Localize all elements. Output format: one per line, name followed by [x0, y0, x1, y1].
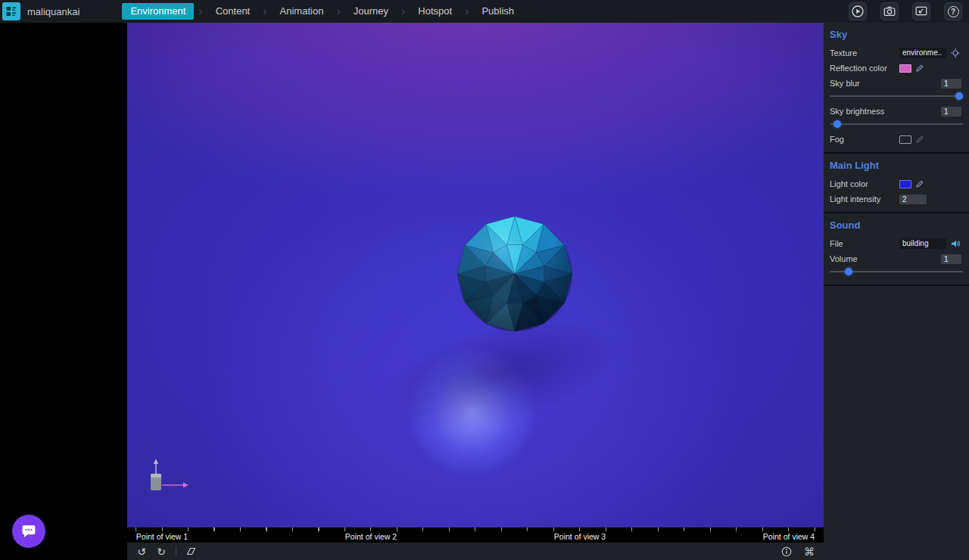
light-color-edit-button[interactable] — [915, 179, 924, 188]
sky-blur-slider-handle[interactable] — [955, 92, 963, 100]
sound-preview-button[interactable] — [950, 238, 961, 249]
sky-brightness-slider[interactable] — [830, 120, 963, 129]
tab-environment[interactable]: Environment — [122, 3, 194, 20]
help-glyph: ? — [951, 8, 955, 16]
sound-file-row: File building — [830, 236, 963, 251]
redo-button[interactable]: ↻ — [153, 544, 170, 559]
properties-panel: Sky Texture environme.. Reflection color — [824, 23, 969, 560]
brush-icon — [185, 546, 197, 557]
fog-row: Fog — [830, 132, 963, 147]
texture-label: Texture — [830, 48, 899, 58]
pov-label-4[interactable]: Point of view 4 — [763, 532, 815, 541]
light-intensity-label: Light intensity — [830, 194, 899, 204]
chevron-right-icon: › — [336, 3, 340, 20]
light-color-swatch[interactable] — [899, 180, 911, 188]
tab-animation[interactable]: Animation — [272, 3, 332, 20]
reflection-color-label: Reflection color — [830, 64, 899, 73]
topbar-actions: ? — [849, 2, 962, 20]
light-color-label: Light color — [830, 179, 899, 188]
sound-file-input[interactable]: building — [899, 238, 946, 249]
volume-value[interactable]: 1 — [941, 254, 961, 264]
help-button[interactable]: ? — [944, 2, 962, 20]
speaker-icon — [950, 238, 961, 249]
main-light-section-title: Main Light — [830, 160, 963, 171]
section-sound: Sound File building Volume 1 — [824, 213, 969, 286]
play-icon — [851, 5, 865, 18]
viewport-canvas[interactable] — [127, 23, 824, 527]
pov-label-3[interactable]: Point of view 3 — [554, 532, 606, 541]
volume-slider-handle[interactable] — [845, 268, 852, 275]
pencil-icon — [915, 64, 924, 73]
pov-timeline[interactable]: Point of view 1 Point of view 2 Point of… — [127, 527, 824, 543]
light-intensity-row: Light intensity 2 — [830, 191, 963, 207]
slider-track — [830, 95, 963, 97]
sphere-object[interactable] — [456, 215, 574, 333]
tab-content[interactable]: Content — [207, 3, 259, 20]
axis-gizmo[interactable] — [148, 457, 191, 499]
sky-brightness-row: Sky brightness 1 — [830, 104, 963, 119]
viewport-column: Point of view 1 Point of view 2 Point of… — [127, 23, 824, 560]
screenshot-button[interactable] — [880, 2, 899, 20]
texture-input[interactable]: environme.. — [899, 48, 946, 58]
project-title: maliquankai — [27, 6, 79, 17]
section-main-light: Main Light Light color Light intensity 2 — [824, 154, 969, 213]
sound-section-title: Sound — [830, 219, 963, 231]
tab-publish[interactable]: Publish — [473, 3, 522, 20]
camera-icon — [883, 5, 896, 18]
toolbar-right-group: ⌘ — [778, 544, 818, 559]
tab-hotspot[interactable]: Hotspot — [410, 3, 460, 20]
pov-label-2[interactable]: Point of view 2 — [345, 532, 397, 541]
reflection-edit-button[interactable] — [915, 64, 924, 73]
chat-bubble-icon — [20, 523, 37, 540]
fog-edit-button[interactable] — [915, 135, 924, 144]
chevron-right-icon: › — [465, 3, 469, 20]
sky-blur-slider[interactable] — [830, 92, 963, 101]
sky-section-title: Sky — [830, 29, 963, 40]
shortcuts-button[interactable]: ⌘ — [801, 544, 818, 559]
tab-journey[interactable]: Journey — [345, 3, 397, 20]
sky-brightness-label: Sky brightness — [830, 107, 899, 116]
breadcrumb: Environment › Content › Animation › Jour… — [122, 0, 522, 23]
sound-file-label: File — [830, 239, 899, 248]
volume-row: Volume 1 — [830, 251, 963, 266]
left-sidebar — [0, 23, 127, 560]
info-icon — [781, 546, 792, 557]
undo-icon: ↺ — [137, 546, 146, 558]
chevron-right-icon: › — [198, 3, 202, 20]
help-icon: ? — [948, 6, 959, 17]
info-button[interactable] — [778, 544, 795, 559]
present-screen-icon — [914, 5, 928, 18]
sky-brightness-slider-handle[interactable] — [833, 120, 841, 128]
paint-tool-button[interactable] — [182, 544, 199, 559]
preview-play-button[interactable] — [849, 2, 867, 20]
toolbar-divider — [176, 546, 176, 556]
chevron-right-icon: › — [263, 3, 266, 20]
chat-button[interactable] — [12, 515, 45, 548]
volume-slider[interactable] — [830, 267, 963, 276]
pencil-icon — [915, 135, 924, 144]
sky-brightness-value[interactable]: 1 — [941, 107, 961, 117]
layout-glyph-icon — [5, 5, 17, 17]
sky-blur-value[interactable]: 1 — [941, 79, 961, 89]
pov-label-1[interactable]: Point of view 1 — [136, 532, 188, 541]
app-logo-icon[interactable] — [2, 2, 20, 20]
slider-track — [830, 123, 963, 125]
texture-picker-button[interactable] — [950, 48, 961, 58]
sky-blur-row: Sky blur 1 — [830, 76, 963, 91]
redo-icon: ↻ — [157, 546, 166, 558]
present-mode-button[interactable] — [912, 2, 930, 20]
reflection-color-swatch[interactable] — [899, 64, 911, 73]
app-root: maliquankai Environment › Content › Anim… — [0, 0, 969, 560]
fog-color-swatch[interactable] — [899, 135, 911, 144]
chevron-right-icon: › — [401, 3, 405, 20]
sky-blur-label: Sky blur — [830, 79, 899, 88]
timeline-ticks — [136, 527, 824, 531]
fog-label: Fog — [830, 135, 899, 144]
light-intensity-value[interactable]: 2 — [899, 194, 927, 204]
undo-button[interactable]: ↺ — [133, 544, 150, 559]
topbar: maliquankai Environment › Content › Anim… — [0, 0, 969, 23]
command-icon: ⌘ — [804, 546, 815, 558]
volume-label: Volume — [830, 254, 899, 263]
viewport-toolbar: ↺ ↻ ⌘ — [127, 543, 824, 560]
pencil-icon — [915, 179, 924, 188]
